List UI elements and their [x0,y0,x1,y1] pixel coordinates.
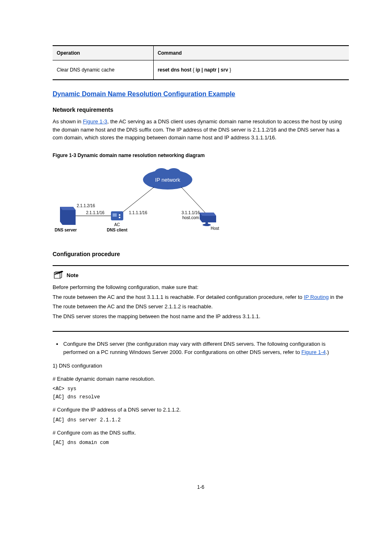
note-list: Before performing the following configur… [53,283,349,320]
dns-config-heading: 1) DNS configuration [53,362,349,370]
figure-link[interactable]: Figure 1-4 [302,349,326,355]
ac-label: AC [114,222,120,227]
dns-server-icon: DNS server 2.1.1.2/16 [55,204,95,232]
note-block: Note Before performing the following con… [53,265,349,332]
network-requirements-title: Network requirements [53,106,349,114]
step-cmd: [AC] dns domain com [53,439,349,446]
dns-server-ip: 2.1.1.2/16 [77,204,95,208]
note-item: Before performing the following configur… [53,283,349,291]
ac-right-ip: 1.1.1.1/16 [129,210,148,215]
note-label: Note [67,271,78,280]
ac-device-icon: 2.1.1.1/16 1.1.1.1/16 AC DNS client [86,210,148,232]
svg-point-11 [119,217,120,218]
nr-text: As shown in [53,118,83,125]
cmd-bold: reset dns host [158,67,191,73]
section-dynamic-title: Dynamic Domain Name Resolution Configura… [53,89,349,99]
svg-rect-9 [113,213,117,217]
step-comment: # Configure the IP address of a DNS serv… [53,406,349,414]
dns-server-label: DNS server [55,228,77,232]
cmd-plain: } [228,67,231,73]
figure-caption: Figure 1-3 Dynamic domain name resolutio… [53,152,349,159]
host-icon: 3.1.1.1/16 host.com Host [182,210,219,231]
table-header-operation: Operation [53,46,153,60]
dns-client-label: DNS client [107,228,128,232]
svg-line-5 [121,187,154,213]
config-bullet-list: Configure the DNS server (the configurat… [53,340,349,356]
ip-routing-link[interactable]: IP Routing [304,294,328,300]
note-icon [53,271,64,280]
ac-left-ip: 2.1.1.1/16 [86,210,105,215]
host-ip: 3.1.1.1/16 [182,210,200,215]
cmd-bold: ip | naptr | srv [196,67,228,73]
cloud-icon: IP network [143,168,192,190]
config-procedure-title: Configuration procedure [53,250,349,259]
code-steps: # Enable dynamic domain name resolution.… [53,375,349,447]
network-requirements-para: As shown in Figure 1-3, the AC serving a… [53,118,349,142]
note-item: The DNS server stores the mapping betwee… [53,312,349,321]
cmd-plain: { [191,67,196,73]
svg-point-13 [203,224,211,226]
host-domain: host.com [182,215,199,220]
network-diagram: IP network DNS server 2.1.1.2/16 2.1.1.1… [53,162,349,243]
step-comment: # Configure com as the DNS suffix. [53,429,349,437]
svg-line-6 [181,187,206,213]
note-header: Note [53,271,349,280]
step-cmd: <AC> sys [53,385,349,393]
table-header-command: Command [153,46,349,60]
figure-link[interactable]: Figure 1-3 [83,118,107,125]
svg-point-10 [119,214,120,216]
step-comment: # Enable dynamic domain name resolution. [53,375,349,383]
table-cell-operation: Clear DNS dynamic cache [53,60,153,80]
step-cmd: [AC] dns resolve [53,393,349,401]
note-item: The route between the AC and the DNS ser… [53,303,349,311]
table-row: Clear DNS dynamic cache reset dns host {… [53,60,349,80]
page-number: 1-6 [53,483,349,491]
step-cmd: [AC] dns server 2.1.1.2 [53,416,349,424]
command-table: Operation Command Clear DNS dynamic cach… [53,45,349,80]
config-bullet-item: Configure the DNS server (the configurat… [62,340,349,356]
host-label: Host [211,226,219,231]
table-cell-command: reset dns host { ip | naptr | srv } [153,60,349,80]
note-item: The route between the AC and the host 3.… [53,293,349,301]
ip-network-label: IP network [155,177,180,183]
